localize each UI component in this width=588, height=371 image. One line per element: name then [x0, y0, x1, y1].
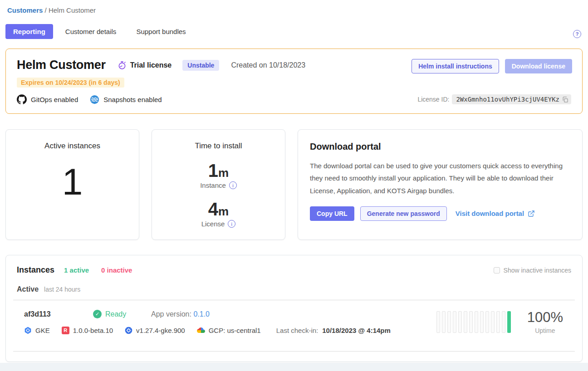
license-type-label: Trial license: [130, 61, 172, 69]
cluster-badge: GKE: [24, 327, 50, 334]
generate-password-button[interactable]: Generate new password: [360, 206, 447, 221]
license-summary-card: Helm Customer Trial license Unstable Cre…: [5, 49, 583, 114]
app-version-label: App version:: [151, 310, 193, 318]
help-icon[interactable]: ?: [573, 30, 581, 38]
visit-download-portal-label: Visit download portal: [456, 210, 524, 217]
breadcrumb-customers-link[interactable]: Customers: [7, 6, 43, 14]
replicated-icon: R: [62, 327, 69, 334]
app-version-link[interactable]: 0.1.0: [193, 310, 210, 318]
uptime-bar-active: [507, 311, 511, 333]
tab-bar: Reporting Customer details Support bundl…: [5, 24, 583, 39]
show-inactive-label: Show inactive instances: [504, 267, 571, 274]
tti-instance-block: 1m Instance i: [152, 161, 285, 189]
uptime-bar: [496, 311, 500, 333]
tab-reporting[interactable]: Reporting: [5, 24, 53, 39]
uptime-label: Uptime: [527, 327, 563, 334]
active-instances-value: 1: [6, 163, 139, 200]
license-id-group: License ID: 2WxGmnho11ovUhYPi3cjUV4EYKz: [417, 94, 571, 104]
breadcrumb-current: Helm Customer: [49, 6, 96, 14]
page: Customers / Helm Customer Reporting Cust…: [0, 0, 588, 362]
last-checkin-label: Last check-in:: [276, 327, 318, 334]
breadcrumb-separator: /: [43, 6, 49, 14]
helm-install-instructions-button[interactable]: Helm install instructions: [412, 59, 499, 73]
active-section-label: Active: [17, 285, 39, 293]
uptime-bars: [436, 311, 511, 333]
copy-icon[interactable]: [562, 96, 568, 103]
k8s-version-badge: v1.27.4-gke.900: [125, 327, 185, 334]
uptime-bar: [502, 311, 505, 333]
download-portal-description: The download portal can be used to give …: [310, 160, 569, 197]
tti-instance-label: Instance: [200, 181, 226, 189]
gitops-feature: GitOps enabled: [17, 94, 78, 104]
time-to-install-card: Time to install 1m Instance i 4m License…: [152, 129, 285, 240]
snapshots-icon: [90, 95, 99, 104]
inactive-count: 0 inactive: [101, 266, 132, 274]
k8s-version-label: v1.27.4-gke.900: [136, 327, 185, 334]
instance-id: af3d113: [24, 310, 93, 318]
gcp-icon: [197, 326, 205, 334]
uptime-bar: [475, 311, 478, 333]
uptime-bar: [453, 311, 456, 333]
instance-row[interactable]: af3d113 ✓ Ready App version: 0.1.0: [6, 300, 582, 345]
uptime-bar: [442, 311, 446, 333]
instances-card: Instances 1 active 0 inactive Show inact…: [5, 255, 583, 362]
uptime-bar: [458, 311, 462, 333]
tti-license-value: 4: [208, 199, 218, 219]
uptime-bar: [447, 311, 451, 333]
uptime-bar: [480, 311, 484, 333]
last-checkin: Last check-in: 10/18/2023 @ 4:14pm: [276, 327, 391, 334]
info-icon[interactable]: i: [228, 220, 235, 228]
license-id-pill: 2WxGmnho11ovUhYPi3cjUV4EYKz: [452, 94, 571, 104]
visit-download-portal-link[interactable]: Visit download portal: [456, 210, 535, 217]
instances-title: Instances: [17, 265, 54, 275]
tti-instance-value: 1: [208, 161, 218, 181]
active-instances-card: Active instances 1: [5, 129, 139, 240]
cloud-badge: GCP: us-central1: [197, 326, 261, 334]
created-on-text: Created on 10/18/2023: [231, 61, 305, 69]
license-type: Trial license: [118, 61, 172, 70]
time-to-install-title: Time to install: [152, 142, 285, 151]
breadcrumb: Customers / Helm Customer: [5, 0, 583, 14]
cloud-label: GCP: us-central1: [209, 327, 261, 334]
cluster-label: GKE: [35, 327, 50, 334]
download-license-button[interactable]: Download license: [505, 59, 572, 73]
instance-status: Ready: [105, 310, 126, 318]
github-icon: [17, 94, 27, 104]
tti-license-unit: m: [218, 205, 229, 218]
tti-instance-unit: m: [218, 166, 229, 180]
snapshots-feature: Snapshots enabled: [90, 95, 162, 104]
channel-badge: Unstable: [182, 60, 219, 71]
download-portal-card: Download portal The download portal can …: [298, 129, 583, 240]
copy-url-button[interactable]: Copy URL: [310, 206, 354, 221]
tti-license-block: 4m License i: [152, 199, 285, 228]
active-section-range: last 24 hours: [44, 286, 80, 293]
active-count: 1 active: [64, 266, 89, 274]
snapshots-label: Snapshots enabled: [103, 96, 162, 103]
license-id-value: 2WxGmnho11ovUhYPi3cjUV4EYKz: [456, 96, 559, 103]
tti-license-label: License: [201, 220, 225, 228]
gitops-label: GitOps enabled: [31, 96, 78, 103]
tab-support-bundles[interactable]: Support bundles: [128, 24, 193, 39]
uptime-value: 100%: [527, 310, 563, 325]
license-id-label: License ID:: [417, 96, 449, 103]
timer-icon: [118, 61, 127, 70]
page-background-strip: [0, 363, 588, 371]
external-link-icon: [528, 210, 535, 217]
uptime-bar: [469, 311, 473, 333]
gke-icon: [24, 327, 32, 334]
uptime-bar: [485, 311, 489, 333]
kots-version-label: 1.0.0-beta.10: [73, 327, 113, 334]
show-inactive-checkbox[interactable]: [494, 267, 500, 273]
uptime-bar: [491, 311, 495, 333]
uptime-bar: [464, 311, 467, 333]
ready-check-icon: ✓: [93, 310, 102, 318]
kubernetes-icon: [125, 327, 132, 334]
kots-version-badge: R 1.0.0-beta.10: [62, 327, 113, 334]
expires-pill: Expires on 10/24/2023 (in 6 days): [17, 78, 124, 88]
download-portal-title: Download portal: [310, 142, 570, 152]
active-instances-title: Active instances: [6, 142, 139, 151]
info-icon[interactable]: i: [229, 181, 237, 189]
uptime-bar: [436, 311, 440, 333]
tab-customer-details[interactable]: Customer details: [58, 24, 124, 39]
customer-title: Helm Customer: [17, 58, 106, 72]
